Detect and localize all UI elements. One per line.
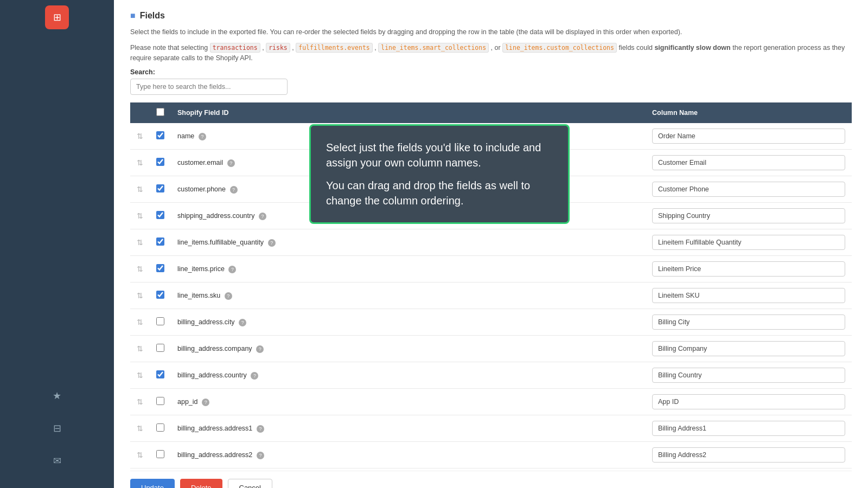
drag-handle-icon[interactable]: ⇅ xyxy=(137,318,143,326)
checkbox-cell xyxy=(150,415,171,442)
column-name-input[interactable] xyxy=(652,341,845,356)
info-icon[interactable]: ? xyxy=(199,133,206,140)
row-checkbox[interactable] xyxy=(156,344,164,352)
tag-smart-collections: line_items.smart_collections xyxy=(378,43,489,53)
info-icon[interactable]: ? xyxy=(227,159,235,167)
fields-table: Shopify Field ID Column Name ⇅ name ? ⇅ xyxy=(130,102,852,468)
row-checkbox[interactable] xyxy=(156,397,164,405)
info-icon[interactable]: ? xyxy=(259,213,266,220)
field-id-cell: line_items.fulfillable_quantity ? xyxy=(171,229,646,256)
table-row: ⇅ billing_address.address1 ? xyxy=(130,415,852,442)
row-checkbox[interactable] xyxy=(156,131,164,139)
cancel-button[interactable]: Cancel xyxy=(228,479,272,488)
column-name-cell xyxy=(646,362,852,389)
column-name-cell xyxy=(646,150,852,176)
row-checkbox[interactable] xyxy=(156,158,164,166)
column-name-cell xyxy=(646,442,852,468)
column-name-input[interactable] xyxy=(652,288,845,303)
column-name-input[interactable] xyxy=(652,447,845,463)
info-icon[interactable]: ? xyxy=(225,292,232,300)
column-name-cell xyxy=(646,123,852,150)
drag-handle-cell: ⇅ xyxy=(130,229,150,256)
checkbox-cell xyxy=(150,309,171,336)
drag-handle-icon[interactable]: ⇅ xyxy=(137,424,143,433)
info-icon[interactable]: ? xyxy=(228,266,236,273)
row-checkbox[interactable] xyxy=(156,184,164,192)
column-name-input[interactable] xyxy=(652,421,845,436)
row-checkbox[interactable] xyxy=(156,237,164,246)
info-icon[interactable]: ? xyxy=(257,425,264,433)
table-row: ⇅ line_items.price ? xyxy=(130,256,852,282)
column-name-input[interactable] xyxy=(652,394,845,409)
sidebar-icon-grid[interactable]: ⊟ xyxy=(45,416,69,440)
checkbox-cell xyxy=(150,442,171,468)
drag-handle-icon[interactable]: ⇅ xyxy=(137,132,143,140)
field-id-cell: billing_address.city ? xyxy=(171,309,646,336)
checkbox-cell xyxy=(150,123,171,150)
update-button[interactable]: Update xyxy=(130,479,175,488)
info-icon[interactable]: ? xyxy=(230,186,238,194)
column-name-cell xyxy=(646,282,852,309)
drag-handle-icon[interactable]: ⇅ xyxy=(137,397,143,406)
drag-handle-cell: ⇅ xyxy=(130,150,150,176)
drag-handle-icon[interactable]: ⇅ xyxy=(137,158,143,167)
column-name-input[interactable] xyxy=(652,261,845,277)
info-icon[interactable]: ? xyxy=(202,399,209,406)
drag-handle-cell: ⇅ xyxy=(130,282,150,309)
section-header: ■ Fields xyxy=(130,11,852,21)
column-name-input[interactable] xyxy=(652,368,845,383)
drag-handle-cell: ⇅ xyxy=(130,203,150,229)
field-id-cell: customer.phone ? xyxy=(171,176,646,203)
drag-handle-icon[interactable]: ⇅ xyxy=(137,211,143,220)
drag-handle-icon[interactable]: ⇅ xyxy=(137,265,143,273)
row-checkbox[interactable] xyxy=(156,291,164,299)
drag-handle-icon[interactable]: ⇅ xyxy=(137,451,143,459)
checkbox-cell xyxy=(150,203,171,229)
row-checkbox[interactable] xyxy=(156,211,164,219)
delete-button[interactable]: Delete xyxy=(180,479,222,488)
info-icon[interactable]: ? xyxy=(256,345,264,353)
table-row: ⇅ billing_address.city ? xyxy=(130,309,852,336)
column-name-input[interactable] xyxy=(652,208,845,223)
row-checkbox[interactable] xyxy=(156,450,164,458)
column-name-cell xyxy=(646,256,852,282)
drag-handle-icon[interactable]: ⇅ xyxy=(137,291,143,300)
sidebar-icon-mail[interactable]: ✉ xyxy=(45,449,69,473)
drag-handle-cell: ⇅ xyxy=(130,389,150,415)
info-icon[interactable]: ? xyxy=(257,452,264,459)
tag-custom-collections: line_items.custom_collections xyxy=(502,43,617,53)
column-name-input[interactable] xyxy=(652,314,845,330)
drag-handle-icon[interactable]: ⇅ xyxy=(137,185,143,194)
select-all-checkbox[interactable] xyxy=(156,108,164,116)
drag-handle-icon[interactable]: ⇅ xyxy=(137,238,143,247)
field-id-cell: billing_address.country ? xyxy=(171,362,646,389)
drag-handle-cell: ⇅ xyxy=(130,442,150,468)
drag-handle-cell: ⇅ xyxy=(130,123,150,150)
info-icon[interactable]: ? xyxy=(239,319,246,326)
drag-handle-icon[interactable]: ⇅ xyxy=(137,344,143,353)
column-name-cell xyxy=(646,229,852,256)
field-id-cell: billing_address.company ? xyxy=(171,336,646,362)
row-checkbox[interactable] xyxy=(156,423,164,432)
search-input[interactable] xyxy=(130,79,288,95)
field-id-text: customer.phone xyxy=(177,185,226,193)
row-checkbox[interactable] xyxy=(156,317,164,325)
column-name-input[interactable] xyxy=(652,129,845,144)
sidebar-icon-star[interactable]: ★ xyxy=(45,384,69,408)
checkbox-cell xyxy=(150,282,171,309)
field-id-cell: app_id ? xyxy=(171,389,646,415)
row-checkbox[interactable] xyxy=(156,370,164,378)
header-column-name: Column Name xyxy=(646,102,852,123)
column-name-input[interactable] xyxy=(652,235,845,250)
column-name-input[interactable] xyxy=(652,182,845,197)
column-name-cell xyxy=(646,203,852,229)
sidebar-icon-dashboard[interactable]: ⊞ xyxy=(45,5,69,29)
drag-handle-icon[interactable]: ⇅ xyxy=(137,371,143,380)
info-icon[interactable]: ? xyxy=(251,372,258,380)
row-checkbox[interactable] xyxy=(156,264,164,272)
field-id-text: line_items.price xyxy=(177,265,225,273)
column-name-input[interactable] xyxy=(652,155,845,170)
field-id-text: app_id xyxy=(177,398,198,406)
drag-handle-cell: ⇅ xyxy=(130,309,150,336)
info-icon[interactable]: ? xyxy=(268,239,276,247)
